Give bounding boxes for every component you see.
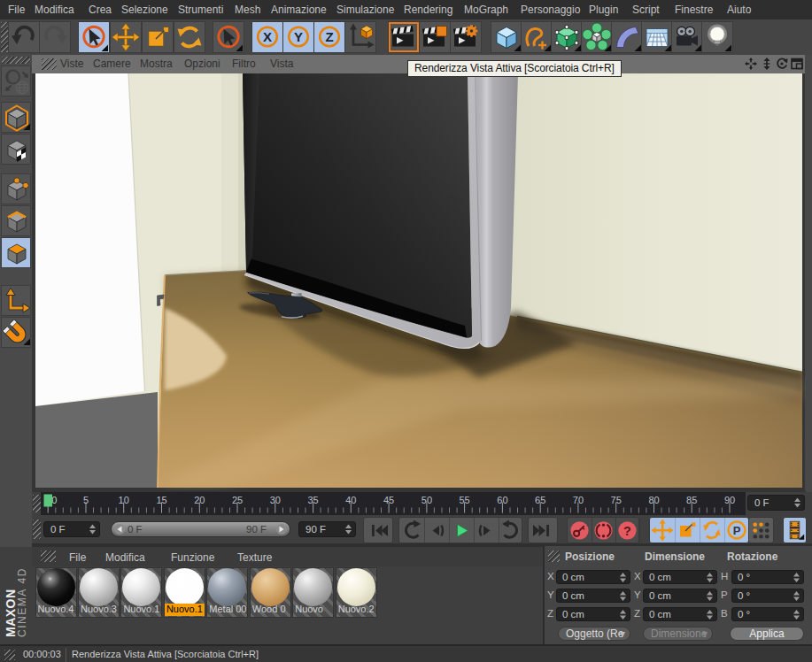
svg-text:70: 70 (573, 495, 584, 505)
svg-text:85: 85 (686, 495, 697, 505)
svg-text:90: 90 (724, 495, 735, 505)
svg-text:25: 25 (232, 495, 243, 505)
svg-text:5: 5 (83, 495, 89, 505)
svg-text:10: 10 (119, 495, 129, 505)
svg-text:15: 15 (156, 495, 166, 505)
svg-text:80: 80 (648, 495, 659, 505)
svg-text:45: 45 (383, 495, 394, 505)
svg-text:75: 75 (611, 495, 622, 505)
svg-text:X: X (263, 29, 272, 44)
svg-text:P: P (733, 524, 741, 537)
svg-text:Y: Y (294, 29, 303, 44)
svg-text:20: 20 (194, 495, 205, 505)
svg-text:35: 35 (307, 495, 318, 505)
svg-text:0: 0 (51, 495, 57, 505)
svg-text:55: 55 (459, 495, 469, 505)
svg-text:40: 40 (345, 495, 356, 505)
svg-text:?: ? (623, 524, 631, 538)
svg-text:Z: Z (325, 29, 333, 44)
svg-text:50: 50 (421, 495, 432, 505)
svg-text:65: 65 (535, 495, 545, 505)
svg-text:30: 30 (270, 495, 281, 505)
svg-text:60: 60 (497, 495, 507, 505)
